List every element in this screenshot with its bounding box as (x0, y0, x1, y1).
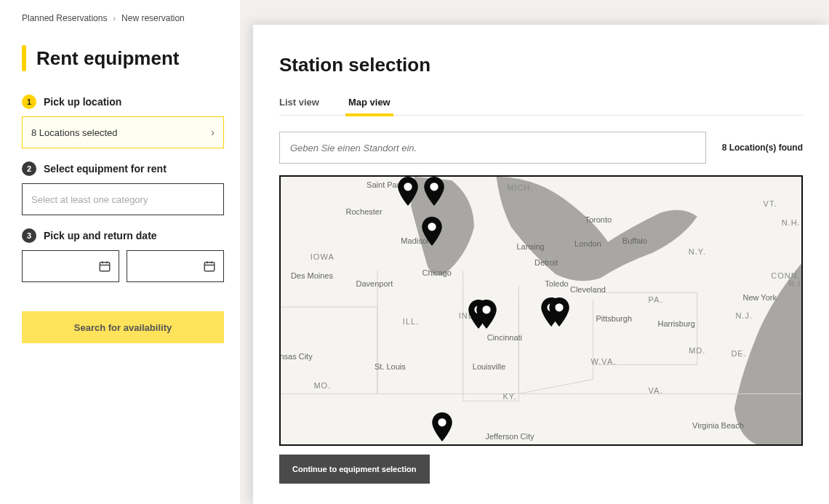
accent-bar (22, 45, 26, 71)
map-city-label: Rochester (345, 207, 382, 216)
svg-point-9 (555, 303, 563, 311)
map-state-label: VT. (764, 199, 777, 208)
map-state-label: IOWA (311, 252, 335, 261)
step-number-3: 3 (22, 228, 36, 243)
map-state-label: MICH. (507, 183, 533, 192)
map-state-label: W.VA. (591, 357, 617, 366)
pickup-location-value: 8 Locations selected (31, 127, 118, 138)
view-tabs: List view Map view (279, 97, 803, 116)
step-dates: 3 Pick up and return date (22, 228, 224, 282)
svg-point-3 (404, 183, 412, 191)
page-title-wrap: Rent equipment (22, 45, 224, 71)
map-city-label: Des Moines (291, 271, 333, 280)
map-pin-icon[interactable] (397, 177, 419, 209)
chevron-right-icon: › (211, 127, 215, 138)
map-container[interactable]: Saint PaulRochesterMadisonChicagoDes Moi… (279, 175, 803, 446)
map-pin-icon[interactable] (548, 297, 570, 329)
map-state-label: MD. (689, 346, 705, 355)
map-state-label: VA. (649, 386, 663, 395)
map-state-label: N.Y. (689, 247, 706, 256)
map-city-label: Chicago (422, 268, 452, 277)
equipment-category-placeholder: Select at least one category (31, 194, 148, 205)
map-city-label: Pittsburgh (596, 314, 632, 323)
search-availability-button[interactable]: Search for availability (22, 311, 224, 343)
chevron-right-icon: › (113, 14, 116, 23)
station-selection-panel: Station selection List view Map view 8 L… (253, 25, 829, 504)
map-state-label: MO. (313, 381, 331, 390)
main-area: Station selection List view Map view 8 L… (240, 0, 829, 504)
map-state-label: N.H. (782, 218, 801, 227)
step-number-1: 1 (22, 95, 36, 109)
map-city-label: Harrisburg (657, 319, 694, 328)
breadcrumb: Planned Reservations › New reservation (22, 13, 224, 23)
map-city-label: Lansing (516, 242, 545, 251)
svg-rect-0 (100, 263, 110, 271)
map-pin-icon[interactable] (476, 300, 497, 332)
locations-found-text: 8 Location(s) found (722, 143, 803, 153)
step-title-2: Select equipment for rent (44, 163, 167, 175)
tab-list-view[interactable]: List view (279, 97, 319, 115)
calendar-icon (98, 260, 111, 273)
map-city-label: Virginia Beach (692, 421, 744, 430)
map-pin-icon[interactable] (423, 177, 445, 209)
map-state-label: ILL. (403, 317, 419, 326)
return-date-input[interactable] (127, 250, 224, 282)
map-state-label: N.J. (735, 311, 753, 320)
breadcrumb-root[interactable]: Planned Reservations (22, 13, 107, 23)
map-state-label: KY. (502, 392, 516, 401)
breadcrumb-current: New reservation (121, 13, 185, 23)
map-state-label: DE. (731, 349, 746, 358)
map-city-label: New York (742, 293, 776, 302)
map-city-label: Louisville (473, 362, 505, 371)
location-search-input[interactable] (279, 132, 706, 164)
panel-title: Station selection (279, 54, 803, 76)
map-city-label: Davenport (356, 279, 393, 288)
step-pickup-location: 1 Pick up location 8 Locations selected … (22, 95, 224, 148)
svg-point-5 (428, 223, 436, 231)
step-number-2: 2 (22, 161, 36, 176)
map-city-label: London (574, 239, 601, 248)
step-select-equipment: 2 Select equipment for rent Select at le… (22, 161, 224, 215)
map-city-label: Toledo (545, 279, 568, 288)
svg-rect-1 (204, 263, 215, 271)
map-state-label: PA. (649, 295, 663, 304)
sidebar: Planned Reservations › New reservation R… (0, 0, 240, 504)
step-title-3: Pick up and return date (44, 230, 157, 241)
pickup-location-select[interactable]: 8 Locations selected › (22, 116, 224, 148)
map-state-label: R.I. (788, 279, 803, 288)
calendar-icon (203, 260, 216, 273)
map-pin-icon[interactable] (421, 217, 443, 249)
equipment-category-select[interactable]: Select at least one category (22, 183, 224, 215)
map-city-label: Jefferson City (486, 432, 534, 441)
map-city-label: Cleveland (570, 285, 606, 294)
map-city-label: Kansas City (279, 352, 313, 361)
svg-point-4 (430, 183, 438, 191)
svg-point-10 (438, 418, 446, 426)
pickup-date-input[interactable] (22, 250, 119, 282)
map-city-label: Toronto (585, 215, 612, 224)
step-title-1: Pick up location (44, 96, 121, 108)
map-city-label: St. Louis (375, 362, 406, 371)
continue-button[interactable]: Continue to equipment selection (279, 455, 430, 484)
map-city-label: Buffalo (622, 236, 647, 245)
map-pin-icon[interactable] (431, 412, 453, 444)
map-city-label: Cincinnati (487, 333, 522, 342)
tab-map-view[interactable]: Map view (348, 97, 391, 115)
svg-point-7 (482, 306, 490, 314)
page-title: Rent equipment (36, 47, 179, 70)
map-city-label: Detroit (534, 258, 558, 267)
